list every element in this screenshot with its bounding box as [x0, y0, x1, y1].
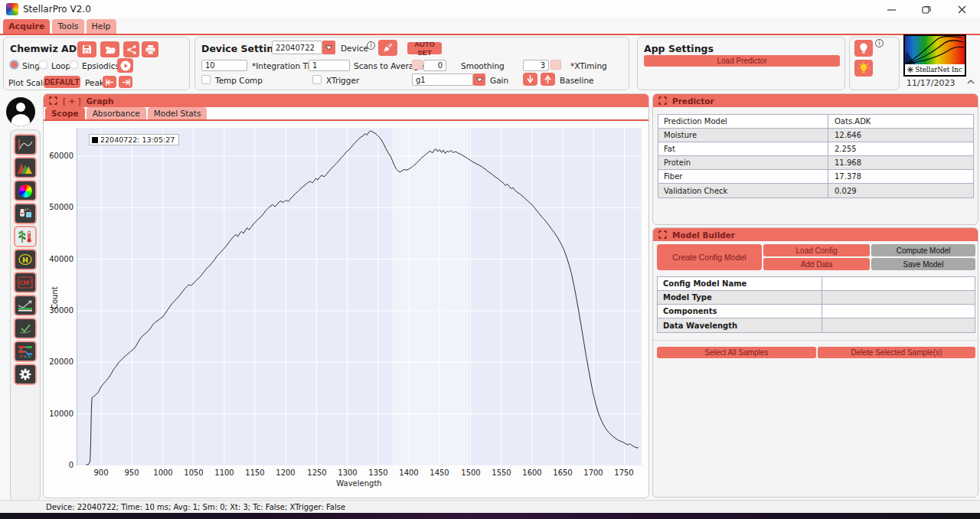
xtiming-input[interactable]: 3: [523, 60, 549, 71]
xtrigger-label: XTrigger: [326, 76, 359, 85]
baseline-down-button[interactable]: [523, 73, 537, 86]
row-value[interactable]: [822, 291, 975, 304]
device-info-icon[interactable]: i: [367, 41, 375, 50]
sidebar-item-workflow[interactable]: [14, 341, 37, 362]
auto-set-button[interactable]: AUTO SET: [407, 42, 442, 54]
x-tick-label: 1500: [461, 468, 480, 477]
print-icon: [145, 45, 155, 54]
tab-scope[interactable]: Scope: [45, 107, 85, 119]
collapse-toolbar-chevron[interactable]: [967, 80, 975, 84]
lamp-on-button[interactable]: [854, 60, 873, 77]
trend-chart-icon: [18, 299, 33, 312]
device-dropdown-button[interactable]: [322, 41, 335, 54]
sidebar-item-settings[interactable]: [14, 364, 37, 385]
peak-left-button[interactable]: [103, 76, 116, 88]
radio-loop[interactable]: [38, 60, 48, 70]
y-tick-label: 40000: [38, 255, 74, 263]
logo-text: StellarNet Inc: [915, 66, 962, 73]
checkmark-icon: [18, 323, 32, 335]
tab-model-stats[interactable]: Model Stats: [148, 107, 207, 119]
smoothing-indicator: [412, 60, 423, 70]
play-icon: [120, 60, 131, 71]
lamp-off-button[interactable]: [854, 40, 873, 57]
svg-text:H: H: [22, 256, 28, 264]
close-button[interactable]: [949, 0, 974, 18]
model-builder-panel: Model Builder Create Config Model Load C…: [652, 227, 978, 498]
x-tick-label: 1650: [553, 468, 572, 477]
svg-text:-1: -1: [28, 279, 32, 283]
smoothing-input[interactable]: 0: [423, 60, 446, 71]
expand-icon[interactable]: [49, 96, 57, 105]
add-data-button[interactable]: Add Data: [763, 258, 870, 270]
zoom-reset-icon[interactable]: [ + ]: [63, 96, 81, 106]
print-button[interactable]: [142, 41, 158, 57]
minimize-button[interactable]: [879, 0, 903, 18]
x-tick-label: 1050: [184, 468, 203, 477]
chemistry-lab-icon: [18, 207, 33, 220]
chemwiz-title: Chemwiz ADK: [10, 43, 84, 54]
color-wheel-icon: [19, 184, 32, 197]
predictor-table: Prediction ModelOats.ADK Moisture12.646 …: [658, 114, 974, 198]
user-avatar[interactable]: [6, 97, 35, 126]
sidebar-item-validation-check[interactable]: [14, 318, 37, 339]
hydrogen-icon: H: [18, 253, 32, 266]
device-label: Device: [341, 44, 368, 53]
row-label: Data Wavelength: [658, 318, 822, 332]
peak-label: Peak: [85, 78, 104, 87]
chevron-down-icon: [325, 45, 332, 51]
sidebar-item-hydrogen[interactable]: H: [14, 249, 37, 270]
sidebar-item-chemistry-lab[interactable]: [14, 203, 37, 224]
sidebar-item-color-wheel[interactable]: [14, 180, 37, 201]
restore-button[interactable]: [914, 0, 939, 18]
tab-tools[interactable]: Tools: [52, 19, 83, 34]
sidebar-item-wavenumber[interactable]: CM-1: [14, 272, 37, 293]
xtrigger-checkbox[interactable]: [312, 75, 322, 84]
row-value[interactable]: [822, 277, 975, 290]
scope-chart-icon: [18, 139, 33, 151]
select-all-samples-button[interactable]: Select All Samples: [657, 347, 816, 358]
save-button[interactable]: [77, 41, 96, 57]
device-select-value[interactable]: 22040722: [272, 41, 322, 54]
load-predictor-button[interactable]: Load Predictor: [644, 55, 840, 67]
plot-scale-button[interactable]: DEFAULT: [44, 76, 80, 88]
save-icon: [82, 44, 92, 54]
bulb-glow-icon: [858, 62, 870, 74]
app-window: { "window": { "title": "StellarPro V2.0"…: [0, 0, 980, 519]
scans-input[interactable]: 1: [309, 60, 350, 71]
open-folder-button[interactable]: [100, 41, 119, 57]
table-row: Components: [658, 305, 975, 318]
integration-time-input[interactable]: 10: [201, 60, 247, 71]
save-model-button[interactable]: Save Model: [871, 258, 975, 270]
row-value[interactable]: [822, 305, 975, 318]
expand-icon[interactable]: [658, 96, 667, 105]
play-button[interactable]: [117, 58, 133, 73]
lamp-info-icon[interactable]: i: [875, 39, 884, 47]
gain-dropdown-button[interactable]: [473, 73, 485, 86]
sidebar-item-trend-chart[interactable]: [14, 295, 37, 316]
peak-right-button[interactable]: [119, 76, 132, 88]
temp-comp-checkbox[interactable]: [201, 75, 211, 84]
status-bar: Device: 22040722; Time: 10 ms; Avg: 1; S…: [0, 500, 980, 513]
sidebar-item-scope-chart[interactable]: [14, 134, 37, 155]
radio-epsiodics[interactable]: [69, 60, 79, 70]
sidebar-item-plant-temperature[interactable]: [14, 226, 37, 247]
create-config-model-button[interactable]: Create Config Model: [657, 244, 762, 270]
predictor-panel-header: Predictor: [653, 94, 978, 107]
tab-help[interactable]: Help: [87, 19, 116, 34]
baseline-up-button[interactable]: [541, 73, 555, 86]
y-tick-label: 20000: [38, 357, 74, 366]
row-value[interactable]: [822, 318, 975, 332]
gain-select-value[interactable]: g1: [412, 73, 473, 86]
tab-acquire[interactable]: Acquire: [3, 19, 50, 34]
expand-icon[interactable]: [658, 230, 667, 239]
tab-absorbance[interactable]: Absorbance: [87, 107, 146, 119]
load-config-button[interactable]: Load Config: [763, 244, 870, 256]
x-tick-label: 1350: [368, 468, 387, 477]
sidebar-item-spectrum-peaks[interactable]: [14, 157, 37, 178]
connect-device-button[interactable]: [378, 40, 397, 56]
spectrum-plot[interactable]: [77, 128, 642, 465]
share-button[interactable]: [123, 41, 139, 57]
delete-selected-samples-button[interactable]: Delete Selected Sample(s): [818, 347, 975, 358]
radio-single[interactable]: [9, 60, 19, 70]
compute-model-button[interactable]: Compute Model: [871, 244, 975, 256]
